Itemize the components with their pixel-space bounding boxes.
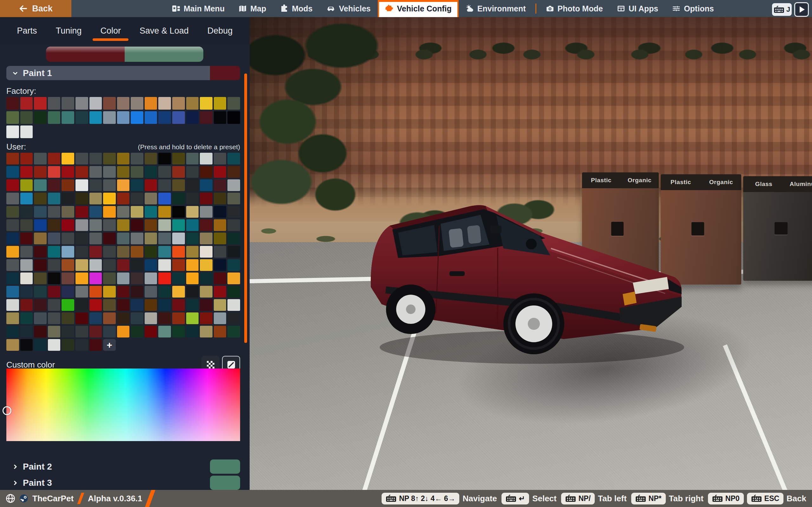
user-swatch[interactable] <box>200 286 212 297</box>
user-swatch[interactable] <box>158 246 171 258</box>
user-swatch[interactable] <box>20 339 33 351</box>
user-swatch[interactable] <box>131 246 143 258</box>
user-swatch[interactable] <box>48 339 61 351</box>
user-swatch[interactable] <box>131 179 143 191</box>
factory-swatch[interactable] <box>61 111 74 124</box>
user-swatch[interactable] <box>117 153 130 164</box>
user-swatch[interactable] <box>158 206 171 218</box>
tab-color[interactable]: Color <box>98 23 123 39</box>
user-swatch[interactable] <box>103 166 116 178</box>
user-swatch[interactable] <box>227 153 240 164</box>
user-swatch[interactable] <box>90 166 102 178</box>
user-swatch[interactable] <box>61 273 74 284</box>
user-swatch[interactable] <box>172 233 185 244</box>
user-swatch[interactable] <box>103 273 116 284</box>
user-swatch[interactable] <box>20 326 33 337</box>
user-swatch[interactable] <box>90 233 102 244</box>
user-swatch[interactable] <box>48 273 61 284</box>
user-swatch[interactable] <box>20 193 33 205</box>
user-swatch[interactable] <box>75 273 88 284</box>
menu-item-vehicles[interactable]: Vehicles <box>319 0 377 17</box>
user-swatch[interactable] <box>6 313 19 324</box>
user-swatch[interactable] <box>131 273 143 284</box>
user-swatch[interactable] <box>145 166 157 178</box>
user-swatch[interactable] <box>20 166 33 178</box>
user-swatch[interactable] <box>103 153 116 164</box>
user-swatch[interactable] <box>214 179 226 191</box>
back-button[interactable]: Back <box>0 0 71 17</box>
user-swatch[interactable] <box>172 166 185 178</box>
factory-swatch[interactable] <box>145 111 157 124</box>
user-swatch[interactable] <box>186 233 199 244</box>
user-swatch[interactable] <box>20 259 33 271</box>
user-swatch[interactable] <box>172 273 185 284</box>
user-swatch[interactable] <box>6 233 19 244</box>
user-swatch[interactable] <box>61 206 74 218</box>
user-swatch[interactable] <box>200 166 212 178</box>
factory-swatch[interactable] <box>158 111 171 124</box>
user-swatch[interactable] <box>6 339 19 351</box>
user-swatch[interactable] <box>90 219 102 231</box>
user-swatch[interactable] <box>34 179 47 191</box>
paint3-swatch[interactable] <box>210 475 240 490</box>
user-swatch[interactable] <box>186 219 199 231</box>
user-swatch[interactable] <box>200 273 212 284</box>
user-swatch[interactable] <box>172 193 185 205</box>
user-swatch[interactable] <box>61 193 74 205</box>
viewport-3d[interactable]: Plastic Organic Plastic Organic Glass Al… <box>250 17 812 490</box>
hsv-color-picker[interactable] <box>6 369 240 441</box>
paint2-header[interactable]: Paint 2 <box>6 459 210 474</box>
user-swatch[interactable] <box>158 193 171 205</box>
user-swatch[interactable] <box>75 339 88 351</box>
user-swatch[interactable] <box>48 193 61 205</box>
user-swatch[interactable] <box>61 339 74 351</box>
user-swatch[interactable] <box>158 286 171 297</box>
factory-swatch[interactable] <box>90 111 102 124</box>
factory-swatch[interactable] <box>103 97 116 110</box>
user-swatch[interactable] <box>200 193 212 205</box>
user-swatch[interactable] <box>34 326 47 337</box>
user-swatch[interactable] <box>214 313 226 324</box>
user-swatch[interactable] <box>172 246 185 258</box>
user-swatch[interactable] <box>34 233 47 244</box>
user-swatch[interactable] <box>214 193 226 205</box>
menu-item-main-menu[interactable]: Main Menu <box>165 0 232 17</box>
user-swatch[interactable] <box>172 206 185 218</box>
user-swatch[interactable] <box>34 339 47 351</box>
user-swatch[interactable] <box>90 153 102 164</box>
user-swatch[interactable] <box>200 153 212 164</box>
user-swatch[interactable] <box>6 286 19 297</box>
paint3-header[interactable]: Paint 3 <box>6 475 210 490</box>
user-swatch[interactable] <box>227 233 240 244</box>
user-swatch[interactable] <box>145 206 157 218</box>
paint2-swatch[interactable] <box>210 459 240 474</box>
tab-save-load[interactable]: Save & Load <box>138 23 191 39</box>
factory-swatch[interactable] <box>48 111 61 124</box>
user-swatch[interactable] <box>6 166 19 178</box>
user-swatch[interactable] <box>48 259 61 271</box>
user-swatch[interactable] <box>20 286 33 297</box>
user-swatch[interactable] <box>214 326 226 337</box>
user-swatch[interactable] <box>214 166 226 178</box>
user-swatch[interactable] <box>117 299 130 311</box>
play-button[interactable] <box>794 2 809 17</box>
user-swatch[interactable] <box>75 259 88 271</box>
user-swatch[interactable] <box>200 326 212 337</box>
user-swatch[interactable] <box>214 246 226 258</box>
tab-parts[interactable]: Parts <box>15 23 39 39</box>
factory-swatch[interactable] <box>172 97 185 110</box>
tab-debug[interactable]: Debug <box>206 23 235 39</box>
user-swatch[interactable] <box>200 259 212 271</box>
factory-swatch[interactable] <box>131 111 143 124</box>
user-swatch[interactable] <box>214 299 226 311</box>
user-swatch[interactable] <box>75 206 88 218</box>
keyboard-device-button[interactable]: J <box>772 3 792 16</box>
factory-swatch[interactable] <box>34 97 47 110</box>
user-swatch[interactable] <box>117 273 130 284</box>
user-swatch[interactable] <box>227 286 240 297</box>
user-swatch[interactable] <box>75 166 88 178</box>
user-swatch[interactable] <box>103 193 116 205</box>
user-swatch[interactable] <box>103 259 116 271</box>
user-swatch[interactable] <box>172 286 185 297</box>
user-swatch[interactable] <box>20 233 33 244</box>
